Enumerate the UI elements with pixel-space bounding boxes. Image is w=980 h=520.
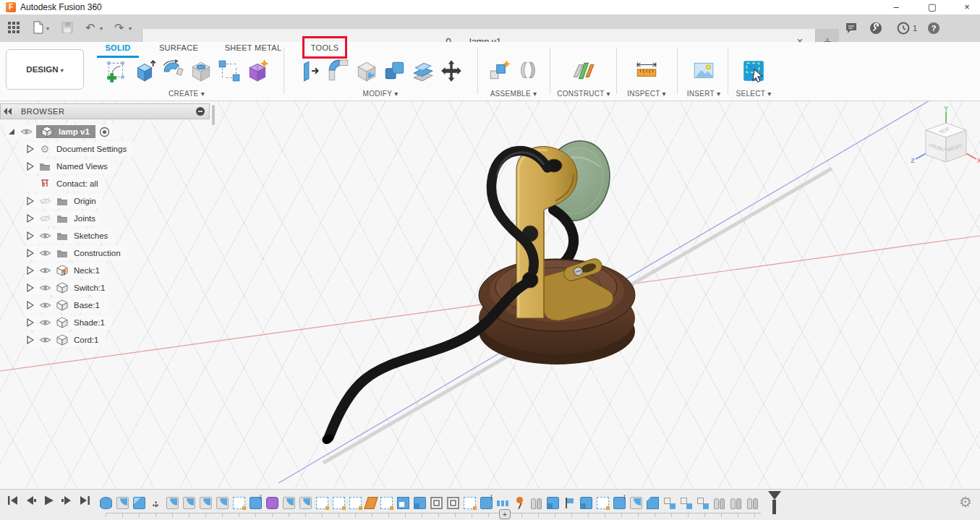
- browser-item-base[interactable]: Base:1: [25, 298, 106, 312]
- expand-arrow-icon[interactable]: [25, 318, 36, 327]
- timeline-feature-copy-icon[interactable]: [696, 497, 709, 509]
- expand-arrow-icon[interactable]: [25, 284, 36, 292]
- undo-dropdown-icon[interactable]: ▾: [100, 25, 103, 32]
- insert-group-label[interactable]: INSERT ▾: [680, 90, 728, 98]
- timeline-feature-sketch-icon[interactable]: [464, 497, 476, 509]
- expand-arrow-icon[interactable]: [25, 162, 36, 171]
- timeline-feature-cylinder-icon[interactable]: [100, 497, 112, 509]
- timeline-feature-fillet-icon[interactable]: [283, 497, 295, 509]
- timeline-feature-revolve-icon[interactable]: [116, 497, 129, 509]
- expanded-arrow-icon[interactable]: [6, 127, 17, 136]
- timeline-feature-sketch-icon[interactable]: [333, 497, 345, 509]
- assemble-group-label[interactable]: ASSEMBLE ▾: [480, 90, 547, 98]
- timeline-feature-pin-icon[interactable]: [514, 497, 526, 509]
- pattern-icon[interactable]: [217, 59, 242, 83]
- expand-arrow-icon[interactable]: [25, 214, 36, 223]
- timeline-feature-joint-icon[interactable]: [530, 497, 542, 509]
- move-icon[interactable]: [439, 59, 464, 83]
- timeline-feature-flag-icon[interactable]: [563, 497, 576, 509]
- browser-item-origin[interactable]: Origin: [25, 194, 103, 208]
- job-status-icon[interactable]: [869, 22, 882, 35]
- timeline-feature-shell-icon[interactable]: [447, 497, 459, 509]
- file-menu-icon[interactable]: [32, 21, 46, 35]
- browser-item-document-settings[interactable]: ⚙ Document Settings: [25, 142, 133, 156]
- modify-group-label[interactable]: MODIFY ▾: [286, 90, 474, 98]
- browser-item-switch[interactable]: Switch:1: [25, 281, 111, 295]
- browser-item-shade[interactable]: Shade:1: [25, 315, 111, 330]
- visibility-eye-off-icon[interactable]: [36, 214, 54, 223]
- go-to-start-button[interactable]: [7, 495, 19, 507]
- visibility-eye-off-icon[interactable]: [36, 197, 54, 205]
- timeline-feature-sketch-icon[interactable]: [597, 497, 609, 509]
- expand-arrow-icon[interactable]: [25, 336, 36, 344]
- visibility-eye-icon[interactable]: [17, 127, 35, 136]
- browser-item-joints[interactable]: Joints: [25, 211, 102, 226]
- timeline-feature-cut-icon[interactable]: [397, 497, 409, 509]
- go-to-end-button[interactable]: [80, 495, 91, 507]
- expand-arrow-icon[interactable]: [25, 197, 36, 205]
- timeline-feature-sketch-icon[interactable]: [349, 497, 362, 509]
- timeline-feature-sketch-icon[interactable]: [380, 497, 393, 509]
- workspace-selector-button[interactable]: DESIGN ▾: [6, 49, 84, 90]
- timeline-feature-combine-icon[interactable]: [547, 497, 559, 509]
- browser-item-construction[interactable]: Construction: [25, 246, 127, 260]
- timeline-feature-joint-icon[interactable]: [746, 497, 759, 509]
- step-back-button[interactable]: [25, 495, 37, 507]
- browser-scrollbar[interactable]: [212, 105, 215, 125]
- timeline-feature-revolve-icon[interactable]: [166, 497, 179, 509]
- close-button[interactable]: ×: [956, 1, 978, 14]
- timeline-feature-form-icon[interactable]: [266, 497, 278, 509]
- select-group-label[interactable]: SELECT ▾: [730, 90, 777, 98]
- expand-arrow-icon[interactable]: [25, 249, 36, 257]
- browser-item-contact-all[interactable]: Contact: all: [25, 176, 105, 191]
- timeline-feature-combine-icon[interactable]: [580, 497, 592, 509]
- select-icon[interactable]: [741, 59, 766, 83]
- redo-icon[interactable]: ↷: [114, 21, 129, 35]
- app-grid-icon[interactable]: [7, 21, 22, 35]
- redo-dropdown-icon[interactable]: ▾: [129, 25, 132, 32]
- timeline-feature-sketch-icon[interactable]: [316, 497, 328, 509]
- visibility-eye-icon[interactable]: [36, 266, 54, 275]
- visibility-eye-icon[interactable]: [36, 336, 54, 344]
- timeline-feature-fillet-icon[interactable]: [299, 497, 312, 509]
- timeline-feature-copy-icon[interactable]: [680, 497, 692, 509]
- extrude-icon[interactable]: [132, 59, 157, 83]
- comments-icon[interactable]: [845, 22, 858, 35]
- timeline-feature-plane-icon[interactable]: [364, 497, 378, 509]
- expand-arrow-icon[interactable]: [25, 231, 36, 240]
- browser-item-neck[interactable]: Neck:1: [25, 263, 106, 278]
- viewport-canvas[interactable]: ▾ ▾ ▾ ▾ ▾: [0, 101, 980, 489]
- visibility-eye-icon[interactable]: [36, 284, 54, 292]
- timeline-feature-move-icon[interactable]: [150, 497, 162, 509]
- timeline-feature-extrude-icon[interactable]: [480, 497, 493, 509]
- browser-item-named-views[interactable]: Named Views: [25, 159, 114, 174]
- expand-arrow-icon[interactable]: [25, 266, 36, 275]
- timeline-feature-holes-icon[interactable]: [497, 497, 509, 509]
- visibility-eye-icon[interactable]: [36, 249, 54, 257]
- expand-arrow-icon[interactable]: [25, 145, 36, 153]
- timeline-feature-extrude-icon[interactable]: [250, 497, 262, 509]
- visibility-eye-icon[interactable]: [36, 301, 54, 310]
- timeline-feature-chamfer-icon[interactable]: [647, 497, 659, 509]
- play-button[interactable]: [43, 495, 55, 507]
- collapse-panel-icon[interactable]: [1, 108, 15, 115]
- hole-icon[interactable]: [189, 59, 213, 83]
- shell-icon[interactable]: [354, 59, 379, 83]
- timeline-feature-joint-icon[interactable]: [713, 497, 725, 509]
- browser-item-cord[interactable]: Cord:1: [25, 333, 106, 347]
- timeline-feature-joint-icon[interactable]: [730, 497, 742, 509]
- create-sketch-icon[interactable]: [104, 59, 129, 83]
- timeline-settings-gear-icon[interactable]: ⚙: [959, 493, 972, 511]
- press-pull-icon[interactable]: [298, 59, 323, 83]
- inspect-group-label[interactable]: INSPECT ▾: [619, 90, 674, 98]
- timeline-feature-revolve-icon[interactable]: [183, 497, 195, 509]
- browser-header[interactable]: BROWSER: [0, 103, 210, 119]
- timeline-feature-shell-icon[interactable]: [430, 497, 443, 509]
- joint-icon[interactable]: [516, 59, 540, 83]
- construction-plane-icon[interactable]: [571, 59, 596, 83]
- browser-item-lamp-v1[interactable]: lamp v1: [6, 124, 121, 139]
- step-forward-button[interactable]: [61, 495, 73, 507]
- maximize-button[interactable]: ▢: [921, 1, 943, 14]
- visibility-eye-icon[interactable]: [36, 318, 54, 327]
- timeline-feature-sketch-icon[interactable]: [233, 497, 245, 509]
